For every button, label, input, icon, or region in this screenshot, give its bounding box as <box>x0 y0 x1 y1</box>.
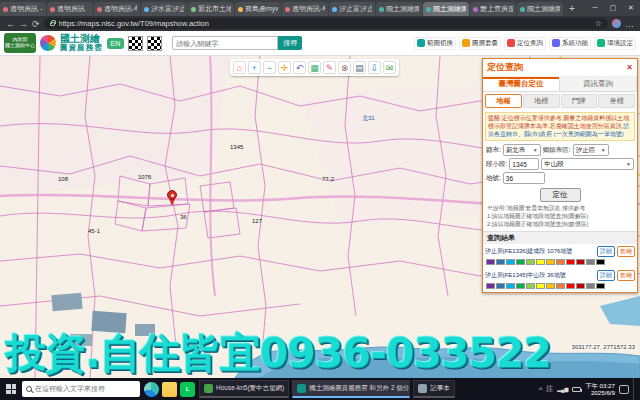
legend-swatch[interactable] <box>496 283 505 289</box>
result-overlay-button[interactable]: 套繪 <box>617 270 635 281</box>
browser-tab[interactable]: 新北市土地公告 <box>188 2 234 16</box>
browser-tab[interactable]: 透明房訊 - 買屋 <box>0 2 46 16</box>
forward-icon[interactable]: → <box>19 19 28 29</box>
browser-tab[interactable]: 透明房訊-每日 <box>282 2 328 16</box>
map-tool-button[interactable]: ↶ <box>293 61 306 74</box>
quick-button[interactable]: 範圍切換 <box>414 37 456 50</box>
profile-avatar[interactable] <box>612 19 621 28</box>
browser-tab[interactable]: 國土測繪圖資雲 <box>517 2 563 16</box>
language-button[interactable]: EN <box>107 38 125 49</box>
browser-tab[interactable]: 愛上查房屋資訊 <box>470 2 516 16</box>
browser-tab[interactable]: 寶島鼎mywoo平 <box>235 2 281 16</box>
taskbar-app[interactable]: 記事本 <box>413 380 455 398</box>
map-tool-button[interactable]: ✉ <box>383 61 396 74</box>
district-select[interactable]: 汐止區▼ <box>573 144 609 156</box>
search-button[interactable]: 搜尋 <box>278 36 302 50</box>
taskbar-app[interactable]: 國土測繪圖資服務雲 和另外 2 個分頁 <box>292 380 410 398</box>
result-overlay-button[interactable]: 套繪 <box>617 246 635 257</box>
taskbar-search[interactable]: 在這裡輸入文字來搜尋 <box>22 381 140 397</box>
legend-swatch[interactable] <box>576 283 585 289</box>
window-control-button[interactable]: ▢ <box>604 0 622 15</box>
panel-close-icon[interactable]: ✕ <box>626 63 633 72</box>
parcel-number-input[interactable] <box>503 172 545 184</box>
quick-button[interactable]: 圖層套疊 <box>459 37 501 50</box>
legend-swatch[interactable] <box>536 259 545 265</box>
map-tool-button[interactable]: ▤ <box>353 61 366 74</box>
legend-swatch[interactable] <box>536 283 545 289</box>
panel-subtab[interactable]: 座標 <box>598 94 635 108</box>
legend-swatch[interactable] <box>556 283 565 289</box>
legend-swatch[interactable] <box>486 259 495 265</box>
refresh-icon[interactable]: ⟳ <box>32 19 40 29</box>
quick-button[interactable]: 定位查詢 <box>504 37 546 50</box>
browser-tab[interactable]: 國土測繪圖資服 <box>423 2 469 16</box>
map-tool-button[interactable]: ⌂ <box>233 61 246 74</box>
ime-indicator[interactable]: 注 <box>546 384 553 394</box>
panel-subtab[interactable]: 地籍 <box>485 94 522 108</box>
map-tool-button[interactable]: ⇩ <box>368 61 381 74</box>
legend-swatch[interactable] <box>506 259 515 265</box>
legend-swatch[interactable] <box>586 259 595 265</box>
network-icon[interactable]: ▂▄▆ <box>557 386 568 392</box>
windows-logo-icon <box>6 384 16 394</box>
edge-icon[interactable] <box>144 382 159 397</box>
browser-tab[interactable]: 透明房訊 <box>47 2 93 16</box>
legend-swatch[interactable] <box>556 259 565 265</box>
legend-swatch[interactable] <box>576 259 585 265</box>
action-center-icon[interactable] <box>619 385 629 394</box>
browser-tab[interactable]: 汐止富汐止地 <box>329 2 375 16</box>
legend-swatch[interactable] <box>566 283 575 289</box>
legend-swatch[interactable] <box>596 283 605 289</box>
legend-swatch[interactable] <box>516 283 525 289</box>
result-detail-button[interactable]: 詳細 <box>597 270 615 281</box>
url-bar[interactable]: https://maps.nlsc.gov.tw/T09/mapshow.act… <box>44 18 608 29</box>
map-tool-button[interactable]: ▦ <box>308 61 321 74</box>
result-text: 汐止所[FE1336]建成段 1076地號 <box>485 248 595 255</box>
back-icon[interactable]: ← <box>6 19 15 29</box>
county-select[interactable]: 新北市▼ <box>503 144 541 156</box>
browser-tab[interactable]: 國土測繪圖資服 <box>376 2 422 16</box>
tray-expander-icon[interactable]: ^ <box>539 386 542 393</box>
start-button[interactable] <box>0 378 22 400</box>
browser-tab[interactable]: 透明房訊-每日 <box>94 2 140 16</box>
legend-swatch[interactable] <box>516 259 525 265</box>
panel-tab[interactable]: 臺灣圖台定位 <box>483 77 560 91</box>
result-detail-button[interactable]: 詳細 <box>597 246 615 257</box>
map-tool-button[interactable]: ✎ <box>323 61 336 74</box>
legend-swatch[interactable] <box>586 283 595 289</box>
new-tab-button[interactable]: + <box>564 3 580 14</box>
browser-menu-icon[interactable]: … <box>625 19 634 29</box>
map-tool-button[interactable]: + <box>248 61 261 74</box>
browser-tab[interactable]: 汐水富汐止4樓 <box>141 2 187 16</box>
line-app-icon[interactable]: L <box>180 382 195 397</box>
legend-swatch[interactable] <box>566 259 575 265</box>
legend-swatch[interactable] <box>526 259 535 265</box>
show-desktop-button[interactable] <box>633 378 637 400</box>
section-code-input[interactable] <box>509 158 539 170</box>
legend-swatch[interactable] <box>596 259 605 265</box>
window-control-button[interactable]: ✕ <box>622 0 640 15</box>
legend-swatch[interactable] <box>496 259 505 265</box>
taskbar-app[interactable]: House-kn5(愛中古屋網) <box>199 380 289 398</box>
panel-subtab[interactable]: 門牌 <box>561 94 598 108</box>
section-name-select[interactable]: 中山段▼ <box>541 158 634 170</box>
map-tool-button[interactable]: ⊗ <box>338 61 351 74</box>
taskbar-clock[interactable]: 下午 03:27 2025/6/9 <box>585 382 615 396</box>
legend-swatch[interactable] <box>546 283 555 289</box>
legend-swatch[interactable] <box>546 259 555 265</box>
quick-button[interactable]: 環境設定 <box>594 37 636 50</box>
search-input[interactable] <box>172 36 278 50</box>
legend-swatch[interactable] <box>506 283 515 289</box>
map-tool-button[interactable]: ✛ <box>278 61 291 74</box>
locate-button[interactable]: 定位 <box>540 188 581 202</box>
legend-swatch[interactable] <box>486 283 495 289</box>
panel-subtab[interactable]: 地標 <box>523 94 560 108</box>
agency-logo[interactable]: 內政部 國土測繪中心 <box>4 33 36 53</box>
favorite-star-icon[interactable]: ☆ <box>595 19 602 28</box>
file-explorer-icon[interactable] <box>162 382 177 397</box>
quick-button[interactable]: 系統功能 <box>549 37 591 50</box>
window-control-button[interactable]: ─ <box>586 0 604 15</box>
panel-tab[interactable]: 資訊查詢 <box>560 77 637 91</box>
map-tool-button[interactable]: − <box>263 61 276 74</box>
legend-swatch[interactable] <box>526 283 535 289</box>
